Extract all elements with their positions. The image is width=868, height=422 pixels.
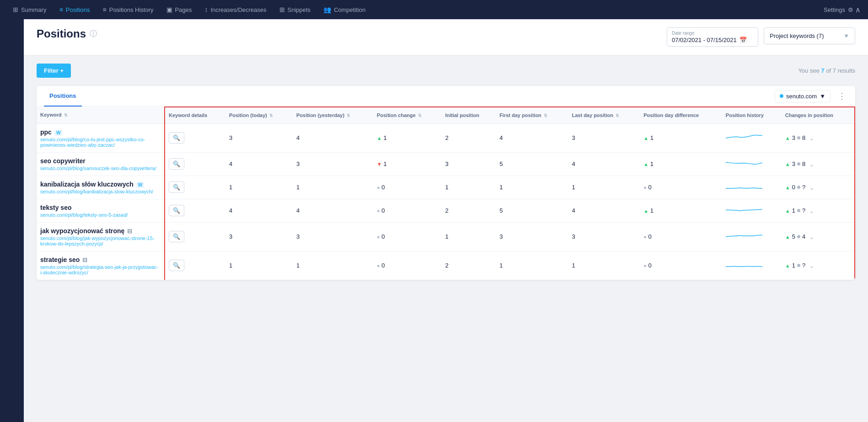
cell-pos-yesterday-1: 3 — [293, 152, 373, 176]
nav-label-competition: Competition — [334, 6, 365, 13]
changes-extra-4: 4 — [802, 233, 805, 240]
cell-pos-yesterday-0: 4 — [293, 123, 373, 152]
keyword-details-search-btn-4[interactable]: 🔍 — [169, 231, 184, 242]
nav-item-positions[interactable]: ≡ Positions — [54, 3, 96, 16]
cell-pos-yesterday-3: 4 — [293, 199, 373, 222]
pos-today-sort-icon[interactable]: ⇅ — [269, 113, 273, 118]
changes-extra-1: 8 — [802, 160, 805, 167]
results-text-prefix: You see — [798, 67, 820, 74]
info-icon[interactable]: ⓘ — [90, 29, 97, 39]
changes-dot-2 — [797, 186, 800, 189]
cell-pos-change-3: ● 0 — [373, 199, 442, 222]
nav-item-summary[interactable]: ⊞ Summary — [7, 3, 52, 16]
nav-label-increases: Increases/Decreases — [210, 6, 266, 13]
domain-selector[interactable]: senuto.com ▼ — [775, 90, 830, 102]
domain-dropdown-arrow: ▼ — [820, 93, 825, 100]
filter-button[interactable]: Filter + — [37, 64, 71, 78]
keyword-url-4[interactable]: senuto.com/pl/blog/jak-wypozycjonowac-st… — [40, 235, 161, 246]
tab-positions[interactable]: Positions — [44, 86, 82, 107]
row-expand-btn-1[interactable]: ⌄ — [809, 160, 814, 168]
col-header-initial-pos: Initial position — [441, 107, 496, 123]
changes-value-0: 3 — [792, 134, 795, 141]
results-of-text: of — [826, 67, 831, 74]
keyword-details-search-btn-5[interactable]: 🔍 — [169, 260, 184, 271]
row-expand-btn-3[interactable]: ⌄ — [809, 207, 814, 214]
mini-chart-1 — [726, 158, 778, 171]
keyword-filter-dropdown[interactable]: Project keywords (7) ▼ — [764, 27, 855, 44]
col-header-first-day: First day position ⇅ — [496, 107, 568, 123]
cell-keyword-3: teksty seo senuto.com/pl/blog/teksty-seo… — [37, 199, 165, 222]
settings-label: Settings — [824, 6, 845, 13]
table-header-row: Keyword ⇅ Keyword details Position (toda… — [37, 107, 855, 123]
changes-cell-content-5: ▲ 1 ? ⌄ — [785, 262, 851, 269]
cell-pos-day-diff-4: ● 0 — [640, 222, 722, 251]
row-expand-btn-2[interactable]: ⌄ — [809, 184, 814, 191]
cell-first-day-2: 1 — [496, 176, 568, 199]
nav-item-positions-history[interactable]: ≡ Positions History — [97, 3, 159, 16]
cell-pos-day-diff-3: ▲ 1 — [640, 199, 722, 222]
cell-pos-yesterday-5: 1 — [293, 251, 373, 280]
cell-initial-pos-5: 2 — [441, 251, 496, 280]
changes-cell-content-0: ▲ 3 8 ⌄ — [785, 134, 851, 142]
cell-keyword-0: ppcW senuto.com/pl/blog/co-to-jest-ppc-w… — [37, 123, 165, 152]
keyword-details-search-btn-2[interactable]: 🔍 — [169, 182, 184, 193]
cell-keyword-1: seo copywriter senuto.com/pl/blog/samouc… — [37, 152, 165, 176]
col-header-details: Keyword details — [165, 107, 225, 123]
cell-initial-pos-3: 2 — [441, 199, 496, 222]
last-day-sort-icon[interactable]: ⇅ — [616, 113, 619, 118]
cell-first-day-1: 5 — [496, 152, 568, 176]
changes-extra-5: ? — [802, 262, 805, 269]
keyword-details-search-btn-1[interactable]: 🔍 — [169, 158, 184, 170]
cell-details-2: 🔍 — [165, 176, 225, 199]
nav-item-competition[interactable]: 👥 Competition — [318, 3, 371, 16]
pages-icon: ▣ — [166, 6, 172, 13]
nav-item-snippets[interactable]: ⊞ Snippets — [274, 3, 316, 16]
cell-details-3: 🔍 — [165, 199, 225, 222]
keyword-select-arrow-icon: ▼ — [843, 32, 849, 39]
changes-dot-1 — [797, 162, 800, 166]
settings-nav-item[interactable]: Settings ⚙ — [824, 6, 853, 13]
more-options-button[interactable]: ⋮ — [836, 89, 848, 103]
keyword-name-3: teksty seo — [40, 204, 161, 211]
results-suffix: results — [838, 67, 855, 74]
keyword-url-1[interactable]: senuto.com/pl/blog/samouczek-seo-dla-cop… — [40, 166, 161, 171]
cell-pos-history-4 — [722, 222, 782, 251]
positions-icon: ≡ — [59, 6, 63, 13]
cell-initial-pos-1: 3 — [441, 152, 496, 176]
keyword-url-0[interactable]: senuto.com/pl/blog/co-to-jest-ppc-wszyst… — [40, 137, 161, 148]
date-range-value: 07/02/2021 - 07/15/2021 📅 — [672, 37, 753, 43]
row-expand-btn-0[interactable]: ⌄ — [809, 134, 814, 142]
cell-keyword-4: jak wypozycjonować stronę⊟ senuto.com/pl… — [37, 222, 165, 251]
date-range-picker[interactable]: Date range 07/02/2021 - 07/15/2021 📅 — [667, 27, 758, 47]
nav-item-pages[interactable]: ▣ Pages — [161, 3, 198, 16]
keyword-url-3[interactable]: senuto.com/pl/blog/teksty-seo-5-zasad/ — [40, 212, 161, 218]
cell-pos-change-2: ● 0 — [373, 176, 442, 199]
page-title: Positions — [37, 27, 86, 40]
first-day-sort-icon[interactable]: ⇅ — [544, 113, 547, 118]
row-expand-btn-4[interactable]: ⌄ — [809, 233, 814, 240]
keyword-url-2[interactable]: senuto.com/pl/blog/kanibalizacja-slow-kl… — [40, 189, 161, 194]
keyword-details-search-btn-0[interactable]: 🔍 — [169, 132, 184, 144]
cell-first-day-3: 5 — [496, 199, 568, 222]
table-row: teksty seo senuto.com/pl/blog/teksty-seo… — [37, 199, 855, 222]
table-body: ppcW senuto.com/pl/blog/co-to-jest-ppc-w… — [37, 123, 855, 280]
cell-first-day-4: 3 — [496, 222, 568, 251]
changes-cell-content-2: ▲ 0 ? ⌄ — [785, 184, 851, 191]
table-row: jak wypozycjonować stronę⊟ senuto.com/pl… — [37, 222, 855, 251]
cell-details-4: 🔍 — [165, 222, 225, 251]
keyword-name-5: strategie seo⊟ — [40, 256, 161, 263]
nav-item-increases[interactable]: ↕ Increases/Decreases — [199, 3, 272, 16]
nav-collapse-chevron[interactable]: ∧ — [855, 5, 861, 14]
keyword-name-0: ppcW — [40, 128, 161, 136]
keyword-url-5[interactable]: senuto.com/pl/blog/strategia-seo-jak-ja-… — [40, 264, 161, 275]
cell-last-day-3: 4 — [568, 199, 640, 222]
changes-value-5: 1 — [792, 262, 795, 269]
keyword-sort-icon[interactable]: ⇅ — [64, 113, 68, 118]
pos-change-sort-icon[interactable]: ⇅ — [418, 113, 422, 118]
increases-icon: ↕ — [204, 6, 208, 13]
pos-yesterday-sort-icon[interactable]: ⇅ — [347, 113, 350, 118]
keyword-details-search-btn-3[interactable]: 🔍 — [169, 205, 184, 216]
row-expand-btn-5[interactable]: ⌄ — [809, 262, 814, 269]
nav-label-snippets: Snippets — [288, 6, 311, 13]
settings-gear-icon: ⚙ — [848, 6, 853, 13]
